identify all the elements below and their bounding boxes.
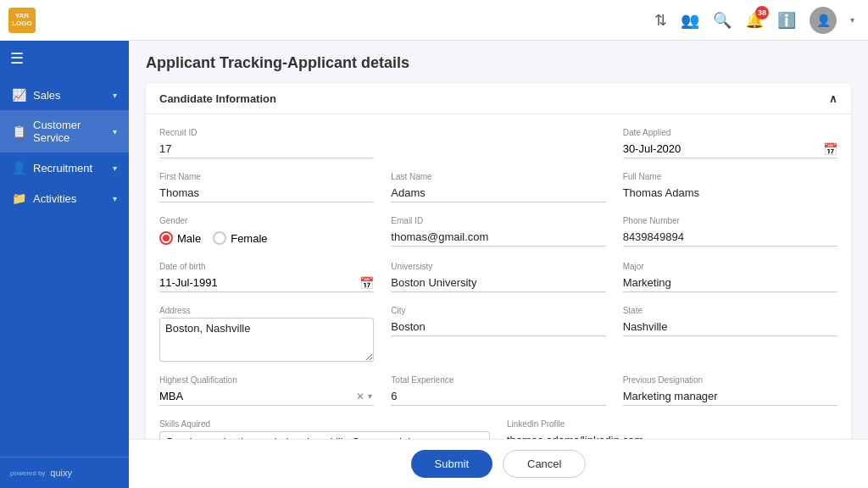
sidebar: YARLOGO ☰ 📈 Sales ▾ 📋 Customer Service ▾… bbox=[0, 0, 129, 488]
recruit-id-label: Recruit ID bbox=[159, 128, 374, 137]
qualification-group: Highest Qualification ✕ ▾ bbox=[159, 375, 374, 406]
gender-label: Gender bbox=[159, 216, 374, 225]
dob-input[interactable] bbox=[159, 274, 359, 291]
form-row-1: Recruit ID Date Applied 📅 bbox=[159, 128, 837, 158]
date-applied-input-wrapper: 📅 bbox=[623, 140, 837, 158]
sales-icon: 📈 bbox=[12, 88, 26, 102]
calendar-icon[interactable]: 📅 bbox=[823, 142, 837, 156]
radio-male-label: Male bbox=[177, 232, 201, 245]
linkedin-label: Linkedin Profile bbox=[507, 419, 837, 429]
last-name-label: Last Name bbox=[391, 172, 605, 181]
clear-icon[interactable]: ✕ bbox=[354, 391, 366, 402]
chevron-down-icon: ▾ bbox=[113, 91, 117, 100]
full-name-label: Full Name bbox=[623, 172, 837, 181]
logo-area: YARLOGO bbox=[0, 0, 129, 41]
prev-designation-group: Previous Designation bbox=[623, 375, 837, 406]
university-label: Universisty bbox=[391, 262, 605, 271]
content-area: Applicant Tracking-Applicant details Can… bbox=[129, 41, 868, 439]
prev-designation-label: Previous Designation bbox=[623, 375, 837, 385]
last-name-input[interactable] bbox=[391, 184, 605, 202]
university-group: Universisty bbox=[391, 262, 605, 292]
university-input[interactable] bbox=[391, 274, 605, 292]
skills-group: Skills Aquired bbox=[159, 419, 490, 439]
date-applied-label: Date Applied bbox=[623, 128, 837, 137]
avatar[interactable]: 👤 bbox=[810, 7, 837, 34]
address-group: Address bbox=[159, 306, 374, 362]
search-icon[interactable]: 🔍 bbox=[713, 11, 732, 30]
form-row-5: Address City State bbox=[159, 306, 837, 362]
dob-input-wrapper: 📅 bbox=[159, 274, 374, 292]
qualification-select-wrapper: ✕ ▾ bbox=[159, 387, 374, 406]
gender-radio-group: Male Female bbox=[159, 228, 374, 248]
sidebar-item-recruitment[interactable]: 👤 Recruitment ▾ bbox=[0, 152, 129, 183]
email-input[interactable] bbox=[391, 228, 605, 247]
page-title: Applicant Tracking-Applicant details bbox=[146, 54, 851, 72]
date-applied-group: Date Applied 📅 bbox=[623, 128, 837, 158]
hamburger-icon[interactable]: ☰ bbox=[0, 41, 129, 76]
date-applied-input[interactable] bbox=[623, 140, 823, 158]
recruitment-icon: 👤 bbox=[12, 161, 26, 175]
users-icon[interactable]: 👥 bbox=[681, 11, 699, 30]
skills-label: Skills Aquired bbox=[159, 419, 490, 429]
state-input[interactable] bbox=[623, 318, 837, 336]
card-body: Recruit ID Date Applied 📅 bbox=[146, 114, 851, 439]
radio-male[interactable]: Male bbox=[159, 231, 201, 245]
info-icon[interactable]: ℹ️ bbox=[777, 11, 796, 30]
sidebar-nav: 📈 Sales ▾ 📋 Customer Service ▾ 👤 Recruit… bbox=[0, 76, 129, 457]
experience-input[interactable] bbox=[391, 387, 605, 406]
dob-label: Date of birth bbox=[159, 262, 374, 271]
chevron-down-icon-2: ▾ bbox=[113, 127, 117, 136]
chevron-down-icon-4: ▾ bbox=[113, 194, 117, 203]
dob-calendar-icon[interactable]: 📅 bbox=[359, 276, 374, 290]
radio-male-button[interactable] bbox=[159, 231, 173, 245]
qualification-dropdown-icon[interactable]: ▾ bbox=[366, 391, 374, 401]
notification-icon[interactable]: 🔔 38 bbox=[745, 11, 764, 30]
chevron-down-icon-3: ▾ bbox=[113, 164, 117, 173]
form-row-2: First Name Last Name Full Name Thomas Ad… bbox=[159, 172, 837, 202]
radio-female[interactable]: Female bbox=[213, 231, 267, 245]
first-name-label: First Name bbox=[159, 172, 374, 181]
phone-group: Phone Number bbox=[623, 216, 837, 248]
form-footer: Submit Cancel bbox=[129, 439, 868, 488]
transfer-icon[interactable]: ⇅ bbox=[654, 11, 667, 30]
radio-female-button[interactable] bbox=[213, 231, 226, 245]
quixy-logo: quixy bbox=[50, 468, 72, 478]
email-group: Email ID bbox=[391, 216, 605, 248]
last-name-group: Last Name bbox=[391, 172, 605, 202]
sidebar-item-customer-service-label: Customer Service bbox=[33, 119, 113, 144]
cancel-button[interactable]: Cancel bbox=[503, 450, 586, 478]
sidebar-item-activities[interactable]: 📁 Activities ▾ bbox=[0, 183, 129, 214]
city-input[interactable] bbox=[391, 318, 605, 336]
prev-designation-input[interactable] bbox=[623, 387, 837, 406]
activities-icon: 📁 bbox=[12, 191, 26, 205]
city-group: City bbox=[391, 306, 605, 362]
experience-label: Total Experience bbox=[391, 375, 605, 385]
address-label: Address bbox=[159, 306, 374, 315]
full-name-value: Thomas Adams bbox=[623, 184, 837, 202]
radio-male-inner bbox=[163, 235, 170, 241]
phone-label: Phone Number bbox=[623, 216, 837, 225]
major-label: Major bbox=[623, 262, 837, 271]
recruit-id-input[interactable] bbox=[159, 140, 374, 158]
full-name-group: Full Name Thomas Adams bbox=[623, 172, 837, 202]
form-row-4: Date of birth 📅 Universisty Major bbox=[159, 262, 837, 292]
spacer-1 bbox=[391, 128, 605, 158]
submit-button[interactable]: Submit bbox=[411, 450, 492, 478]
logo-icon: YARLOGO bbox=[8, 8, 36, 33]
linkedin-group: Linkedin Profile bbox=[507, 419, 837, 439]
dob-group: Date of birth 📅 bbox=[159, 262, 374, 292]
city-label: City bbox=[391, 306, 605, 315]
phone-input[interactable] bbox=[623, 228, 837, 247]
collapse-icon[interactable]: ∧ bbox=[829, 92, 837, 105]
first-name-input[interactable] bbox=[159, 184, 374, 202]
sidebar-item-sales[interactable]: 📈 Sales ▾ bbox=[0, 80, 129, 110]
major-input[interactable] bbox=[623, 274, 837, 292]
skills-textarea[interactable] bbox=[159, 431, 490, 439]
avatar-chevron-icon[interactable]: ▾ bbox=[850, 15, 854, 25]
notification-badge: 38 bbox=[755, 6, 769, 19]
linkedin-input[interactable] bbox=[507, 431, 837, 439]
major-group: Major bbox=[623, 262, 837, 292]
sidebar-item-customer-service[interactable]: 📋 Customer Service ▾ bbox=[0, 110, 129, 152]
qualification-input[interactable] bbox=[159, 387, 354, 405]
address-textarea[interactable] bbox=[159, 318, 374, 362]
